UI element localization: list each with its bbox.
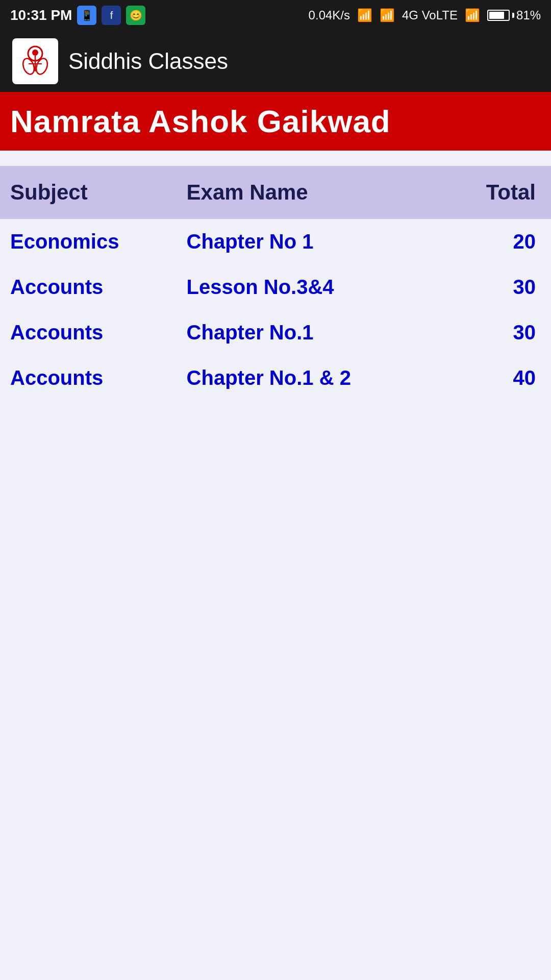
cell-exam-3: Chapter No.1 & 2 — [177, 355, 452, 401]
table-row: AccountsChapter No.130 — [0, 310, 551, 355]
header-total: Total — [452, 166, 551, 219]
cell-exam-2: Chapter No.1 — [177, 310, 452, 355]
status-right: 0.04K/s 📶 📶 4G VoLTE 📶 81% — [309, 8, 541, 22]
app-icon-2: f — [102, 6, 121, 25]
cell-total-2: 30 — [452, 310, 551, 355]
results-table: Subject Exam Name Total EconomicsChapter… — [0, 166, 551, 401]
student-name: Namrata Ashok Gaikwad — [10, 104, 391, 139]
signal-icon: 📶 — [380, 8, 395, 22]
app-bar: Siddhis Classes — [0, 31, 551, 92]
battery-indicator: 81% — [487, 8, 541, 22]
logo-svg — [17, 43, 53, 79]
cell-subject-1: Accounts — [0, 264, 177, 310]
app-title: Siddhis Classes — [68, 48, 228, 74]
cell-exam-1: Lesson No.3&4 — [177, 264, 452, 310]
spacer — [0, 151, 551, 166]
cell-subject-2: Accounts — [0, 310, 177, 355]
cell-total-3: 40 — [452, 355, 551, 401]
generation-label: 4G VoLTE — [402, 8, 458, 22]
app-icon-3: 😊 — [126, 6, 145, 25]
svg-point-2 — [34, 57, 49, 76]
svg-point-3 — [32, 50, 38, 56]
cell-exam-0: Chapter No 1 — [177, 219, 452, 264]
table-body: EconomicsChapter No 120AccountsLesson No… — [0, 219, 551, 401]
app-icon-1: 📱 — [77, 6, 96, 25]
battery-percent: 81% — [516, 8, 541, 22]
cell-subject-0: Economics — [0, 219, 177, 264]
wifi-icon: 📶 — [357, 8, 372, 22]
header-exam-name: Exam Name — [177, 166, 452, 219]
app-logo — [12, 38, 58, 84]
status-time: 10:31 PM — [10, 7, 72, 23]
signal-icon-2: 📶 — [465, 8, 480, 22]
cell-total-0: 20 — [452, 219, 551, 264]
cell-total-1: 30 — [452, 264, 551, 310]
table-row: EconomicsChapter No 120 — [0, 219, 551, 264]
cell-subject-3: Accounts — [0, 355, 177, 401]
status-left: 10:31 PM 📱 f 😊 — [10, 6, 145, 25]
table-row: AccountsLesson No.3&430 — [0, 264, 551, 310]
svg-point-1 — [21, 57, 36, 76]
network-speed: 0.04K/s — [309, 8, 350, 22]
student-banner: Namrata Ashok Gaikwad — [0, 92, 551, 151]
table-header-row: Subject Exam Name Total — [0, 166, 551, 219]
header-subject: Subject — [0, 166, 177, 219]
status-bar: 10:31 PM 📱 f 😊 0.04K/s 📶 📶 4G VoLTE 📶 81… — [0, 0, 551, 31]
table-row: AccountsChapter No.1 & 240 — [0, 355, 551, 401]
